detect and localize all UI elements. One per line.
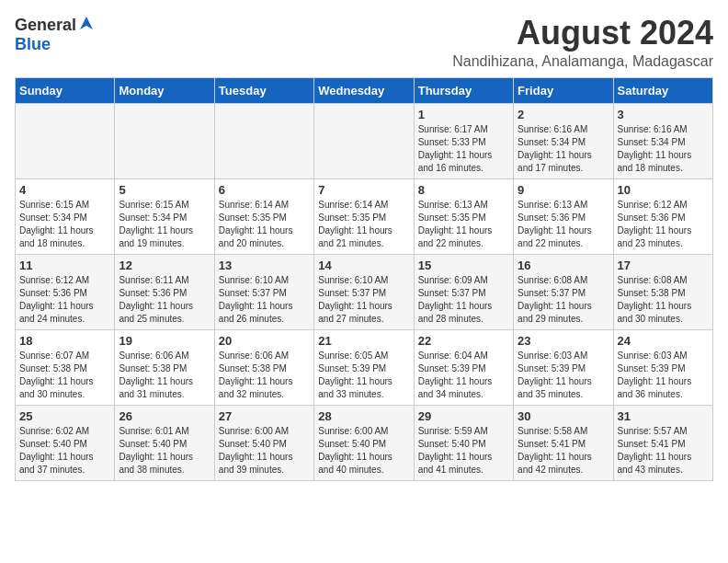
day-info: Sunrise: 6:05 AM Sunset: 5:39 PM Dayligh… xyxy=(318,350,409,401)
calendar-week-row: 18Sunrise: 6:07 AM Sunset: 5:38 PM Dayli… xyxy=(16,329,713,405)
calendar-cell: 22Sunrise: 6:04 AM Sunset: 5:39 PM Dayli… xyxy=(414,329,513,405)
calendar-cell xyxy=(214,103,313,178)
day-info: Sunrise: 6:15 AM Sunset: 5:34 PM Dayligh… xyxy=(119,199,210,250)
day-info: Sunrise: 6:14 AM Sunset: 5:35 PM Dayligh… xyxy=(318,199,409,250)
day-info: Sunrise: 6:03 AM Sunset: 5:39 PM Dayligh… xyxy=(518,350,609,401)
day-number: 25 xyxy=(19,409,110,423)
day-number: 11 xyxy=(19,259,110,272)
day-info: Sunrise: 5:57 AM Sunset: 5:41 PM Dayligh… xyxy=(618,425,709,477)
day-info: Sunrise: 6:04 AM Sunset: 5:39 PM Dayligh… xyxy=(418,350,509,401)
calendar-cell: 3Sunrise: 6:16 AM Sunset: 5:34 PM Daylig… xyxy=(613,103,712,178)
header-tuesday: Tuesday xyxy=(214,77,313,103)
calendar-cell: 27Sunrise: 6:00 AM Sunset: 5:40 PM Dayli… xyxy=(214,405,313,480)
header-sunday: Sunday xyxy=(16,77,115,103)
day-number: 30 xyxy=(518,409,609,423)
calendar-cell: 11Sunrise: 6:12 AM Sunset: 5:36 PM Dayli… xyxy=(16,254,115,329)
calendar-cell: 23Sunrise: 6:03 AM Sunset: 5:39 PM Dayli… xyxy=(514,329,613,405)
day-number: 29 xyxy=(418,409,509,423)
calendar-cell: 4Sunrise: 6:15 AM Sunset: 5:34 PM Daylig… xyxy=(16,178,115,254)
calendar-cell: 2Sunrise: 6:16 AM Sunset: 5:34 PM Daylig… xyxy=(514,103,613,178)
calendar-week-row: 25Sunrise: 6:02 AM Sunset: 5:40 PM Dayli… xyxy=(16,405,713,480)
calendar-cell: 24Sunrise: 6:03 AM Sunset: 5:39 PM Dayli… xyxy=(613,329,712,405)
calendar-cell: 5Sunrise: 6:15 AM Sunset: 5:34 PM Daylig… xyxy=(115,178,214,254)
day-number: 28 xyxy=(318,409,409,423)
day-number: 17 xyxy=(618,259,709,272)
calendar-cell: 30Sunrise: 5:58 AM Sunset: 5:41 PM Dayli… xyxy=(514,405,613,480)
calendar-cell: 6Sunrise: 6:14 AM Sunset: 5:35 PM Daylig… xyxy=(214,178,313,254)
calendar-cell: 13Sunrise: 6:10 AM Sunset: 5:37 PM Dayli… xyxy=(214,254,313,329)
day-number: 24 xyxy=(618,334,709,348)
header-thursday: Thursday xyxy=(414,77,513,103)
day-number: 31 xyxy=(618,409,709,423)
logo: General Blue xyxy=(15,15,97,54)
calendar-cell: 31Sunrise: 5:57 AM Sunset: 5:41 PM Dayli… xyxy=(613,405,712,480)
day-info: Sunrise: 6:12 AM Sunset: 5:36 PM Dayligh… xyxy=(19,274,110,326)
day-info: Sunrise: 6:10 AM Sunset: 5:37 PM Dayligh… xyxy=(219,274,310,326)
day-number: 27 xyxy=(219,409,310,423)
calendar-cell: 8Sunrise: 6:13 AM Sunset: 5:35 PM Daylig… xyxy=(414,178,513,254)
calendar-cell xyxy=(115,103,214,178)
day-info: Sunrise: 6:14 AM Sunset: 5:35 PM Dayligh… xyxy=(219,199,310,250)
calendar-table: SundayMondayTuesdayWednesdayThursdayFrid… xyxy=(15,77,713,481)
calendar-cell xyxy=(314,103,414,178)
calendar-cell: 21Sunrise: 6:05 AM Sunset: 5:39 PM Dayli… xyxy=(314,329,414,405)
day-number: 4 xyxy=(19,183,110,197)
day-info: Sunrise: 6:16 AM Sunset: 5:34 PM Dayligh… xyxy=(618,123,709,175)
day-info: Sunrise: 6:12 AM Sunset: 5:36 PM Dayligh… xyxy=(618,199,709,250)
calendar-cell xyxy=(16,103,115,178)
day-number: 8 xyxy=(418,183,509,197)
day-number: 1 xyxy=(418,108,509,121)
day-number: 3 xyxy=(618,108,709,121)
day-number: 18 xyxy=(19,334,110,348)
calendar-cell: 16Sunrise: 6:08 AM Sunset: 5:37 PM Dayli… xyxy=(514,254,613,329)
calendar-cell: 20Sunrise: 6:06 AM Sunset: 5:38 PM Dayli… xyxy=(214,329,313,405)
day-number: 19 xyxy=(119,334,210,348)
header-wednesday: Wednesday xyxy=(314,77,414,103)
calendar-week-row: 11Sunrise: 6:12 AM Sunset: 5:36 PM Dayli… xyxy=(16,254,713,329)
day-info: Sunrise: 6:06 AM Sunset: 5:38 PM Dayligh… xyxy=(119,350,210,401)
calendar-cell: 28Sunrise: 6:00 AM Sunset: 5:40 PM Dayli… xyxy=(314,405,414,480)
calendar-week-row: 4Sunrise: 6:15 AM Sunset: 5:34 PM Daylig… xyxy=(16,178,713,254)
day-number: 2 xyxy=(518,108,609,121)
day-info: Sunrise: 6:08 AM Sunset: 5:37 PM Dayligh… xyxy=(518,274,609,326)
day-number: 7 xyxy=(318,183,409,197)
calendar-cell: 25Sunrise: 6:02 AM Sunset: 5:40 PM Dayli… xyxy=(16,405,115,480)
day-number: 5 xyxy=(119,183,210,197)
day-info: Sunrise: 6:17 AM Sunset: 5:33 PM Dayligh… xyxy=(418,123,509,175)
day-info: Sunrise: 5:59 AM Sunset: 5:40 PM Dayligh… xyxy=(418,425,509,477)
day-number: 6 xyxy=(219,183,310,197)
day-number: 20 xyxy=(219,334,310,348)
calendar-cell: 17Sunrise: 6:08 AM Sunset: 5:38 PM Dayli… xyxy=(613,254,712,329)
calendar-header-row: SundayMondayTuesdayWednesdayThursdayFrid… xyxy=(16,77,713,103)
title-section: August 2024 Nandihizana, Analamanga, Mad… xyxy=(452,15,713,70)
day-info: Sunrise: 6:03 AM Sunset: 5:39 PM Dayligh… xyxy=(618,350,709,401)
day-info: Sunrise: 6:02 AM Sunset: 5:40 PM Dayligh… xyxy=(19,425,110,477)
svg-marker-0 xyxy=(80,17,93,29)
calendar-week-row: 1Sunrise: 6:17 AM Sunset: 5:33 PM Daylig… xyxy=(16,103,713,178)
page-subtitle: Nandihizana, Analamanga, Madagascar xyxy=(452,53,713,70)
day-info: Sunrise: 6:00 AM Sunset: 5:40 PM Dayligh… xyxy=(318,425,409,477)
day-info: Sunrise: 6:11 AM Sunset: 5:36 PM Dayligh… xyxy=(119,274,210,326)
calendar-cell: 14Sunrise: 6:10 AM Sunset: 5:37 PM Dayli… xyxy=(314,254,414,329)
calendar-cell: 18Sunrise: 6:07 AM Sunset: 5:38 PM Dayli… xyxy=(16,329,115,405)
day-number: 26 xyxy=(119,409,210,423)
page-title: August 2024 xyxy=(452,15,713,52)
calendar-cell: 12Sunrise: 6:11 AM Sunset: 5:36 PM Dayli… xyxy=(115,254,214,329)
calendar-cell: 1Sunrise: 6:17 AM Sunset: 5:33 PM Daylig… xyxy=(414,103,513,178)
day-info: Sunrise: 6:16 AM Sunset: 5:34 PM Dayligh… xyxy=(518,123,609,175)
calendar-cell: 9Sunrise: 6:13 AM Sunset: 5:36 PM Daylig… xyxy=(514,178,613,254)
day-number: 14 xyxy=(318,259,409,272)
day-info: Sunrise: 6:15 AM Sunset: 5:34 PM Dayligh… xyxy=(19,199,110,250)
day-info: Sunrise: 6:08 AM Sunset: 5:38 PM Dayligh… xyxy=(618,274,709,326)
header-saturday: Saturday xyxy=(613,77,712,103)
day-number: 16 xyxy=(518,259,609,272)
day-info: Sunrise: 6:13 AM Sunset: 5:35 PM Dayligh… xyxy=(418,199,509,250)
calendar-cell: 29Sunrise: 5:59 AM Sunset: 5:40 PM Dayli… xyxy=(414,405,513,480)
calendar-cell: 7Sunrise: 6:14 AM Sunset: 5:35 PM Daylig… xyxy=(314,178,414,254)
day-info: Sunrise: 6:00 AM Sunset: 5:40 PM Dayligh… xyxy=(219,425,310,477)
day-number: 21 xyxy=(318,334,409,348)
day-number: 23 xyxy=(518,334,609,348)
day-number: 9 xyxy=(518,183,609,197)
day-info: Sunrise: 6:09 AM Sunset: 5:37 PM Dayligh… xyxy=(418,274,509,326)
day-number: 10 xyxy=(618,183,709,197)
